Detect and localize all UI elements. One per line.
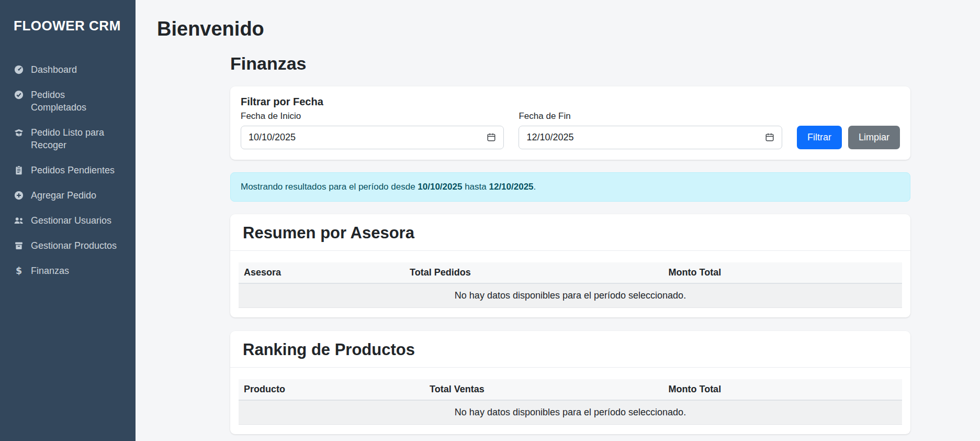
advisor-summary-table: Asesora Total Pedidos Monto Total No hay… [239, 262, 902, 308]
end-date-value: 12/10/2025 [526, 132, 573, 143]
alert-text-suffix: . [534, 182, 536, 192]
calendar-icon[interactable] [487, 133, 496, 142]
check-circle-icon [14, 90, 24, 100]
advisor-summary-card: Resumen por Asesora Asesora Total Pedido… [230, 214, 910, 317]
start-date-label: Fecha de Inicio [241, 111, 504, 122]
sidebar-item-label: Pedidos Pendientes [31, 164, 115, 177]
column-header-monto-total: Monto Total [663, 262, 902, 283]
advisor-summary-header: Resumen por Asesora [230, 214, 910, 251]
filter-button[interactable]: Filtrar [797, 126, 842, 149]
sidebar-item-dashboard[interactable]: Dashboard [0, 57, 136, 82]
column-header-monto-total: Monto Total [663, 379, 903, 400]
empty-message: No hay datos disponibles para el período… [239, 283, 902, 308]
sidebar-item-label: Finanzas [31, 264, 69, 277]
table-row: No hay datos disponibles para el período… [239, 400, 902, 425]
sidebar-item-label: Pedido Listo para Recoger [31, 126, 122, 151]
box-icon [14, 240, 24, 251]
start-date-field: Fecha de Inicio 10/10/2025 [241, 111, 504, 149]
results-alert: Mostrando resultados para el período des… [230, 172, 910, 202]
page-title: Bienvenido [157, 18, 980, 41]
alert-text-middle: hasta [462, 182, 489, 192]
app-title: FLOOWER CRM [0, 0, 136, 34]
product-ranking-table: Producto Total Ventas Monto Total No hay… [239, 379, 902, 425]
alert-end-date: 12/10/2025 [489, 182, 533, 192]
main-content: Bienvenido Finanzas Filtrar por Fecha Fe… [136, 0, 980, 441]
users-icon [14, 215, 24, 226]
end-date-field: Fecha de Fin 12/10/2025 [519, 111, 782, 149]
column-header-total-pedidos: Total Pedidos [404, 262, 663, 283]
sidebar-item-pedidos-pendientes[interactable]: Pedidos Pendientes [0, 158, 136, 183]
sidebar-item-gestionar-productos[interactable]: Gestionar Productos [0, 233, 136, 258]
clear-button[interactable]: Limpiar [848, 126, 900, 149]
finanzas-section: Finanzas Filtrar por Fecha Fecha de Inic… [230, 53, 910, 434]
svg-text:$: $ [16, 266, 22, 276]
filter-buttons: Filtrar Limpiar [797, 126, 900, 149]
filter-title: Filtrar por Fecha [241, 96, 900, 108]
end-date-input[interactable]: 12/10/2025 [519, 126, 782, 149]
advisor-summary-body: Asesora Total Pedidos Monto Total No hay… [230, 251, 910, 317]
sidebar-item-pedido-listo[interactable]: Pedido Listo para Recoger [0, 120, 136, 158]
product-ranking-title: Ranking de Productos [243, 340, 898, 359]
app-root: FLOOWER CRM Dashboard Pedidos Completado… [0, 0, 980, 441]
filter-row: Fecha de Inicio 10/10/2025 Fecha de Fin … [241, 111, 900, 149]
sidebar-item-finanzas[interactable]: $ Finanzas [0, 258, 136, 283]
sidebar-item-label: Dashboard [31, 63, 77, 76]
empty-message: No hay datos disponibles para el período… [239, 400, 902, 425]
product-ranking-body: Producto Total Ventas Monto Total No hay… [230, 368, 910, 434]
alert-start-date: 10/10/2025 [418, 182, 462, 192]
sidebar-item-agregar-pedido[interactable]: Agregar Pedido [0, 183, 136, 208]
sidebar-item-pedidos-completados[interactable]: Pedidos Completados [0, 82, 136, 120]
sidebar-item-label: Gestionar Usuarios [31, 214, 111, 227]
product-ranking-card: Ranking de Productos Producto Total Vent… [230, 331, 910, 434]
column-header-total-ventas: Total Ventas [424, 379, 663, 400]
date-filter-card: Filtrar por Fecha Fecha de Inicio 10/10/… [230, 86, 910, 160]
alert-text-prefix: Mostrando resultados para el período des… [241, 182, 418, 192]
clipboard-icon [14, 165, 24, 175]
plus-circle-icon [14, 190, 24, 201]
table-header-row: Asesora Total Pedidos Monto Total [239, 262, 902, 283]
table-row: No hay datos disponibles para el período… [239, 283, 902, 308]
table-header-row: Producto Total Ventas Monto Total [239, 379, 902, 400]
advisor-summary-title: Resumen por Asesora [243, 224, 898, 242]
section-title: Finanzas [230, 53, 910, 74]
calendar-icon[interactable] [765, 133, 774, 142]
start-date-input[interactable]: 10/10/2025 [241, 126, 504, 149]
sidebar-item-gestionar-usuarios[interactable]: Gestionar Usuarios [0, 208, 136, 233]
start-date-value: 10/10/2025 [249, 132, 296, 143]
sidebar-item-label: Pedidos Completados [31, 89, 122, 114]
sidebar-item-label: Agregar Pedido [31, 189, 96, 202]
column-header-asesora: Asesora [239, 262, 404, 283]
column-header-producto: Producto [239, 379, 424, 400]
sidebar-item-label: Gestionar Productos [31, 239, 117, 252]
end-date-label: Fecha de Fin [519, 111, 782, 122]
sidebar-nav: Dashboard Pedidos Completados Pedido Lis… [0, 57, 136, 283]
dollar-icon: $ [14, 266, 24, 276]
gauge-icon [14, 64, 24, 75]
product-ranking-header: Ranking de Productos [230, 331, 910, 368]
sidebar: FLOOWER CRM Dashboard Pedidos Completado… [0, 0, 136, 441]
box-open-icon [14, 127, 24, 138]
